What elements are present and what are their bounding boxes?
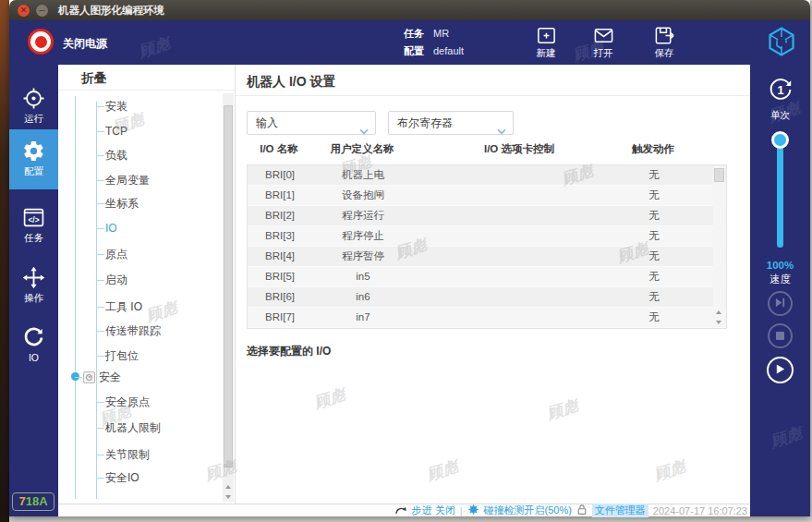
power-button-label[interactable]: 关闭电源 xyxy=(63,36,107,52)
tree-item-io-selected[interactable]: IO xyxy=(105,221,117,236)
tree-header: 折叠 xyxy=(58,65,235,91)
cell-user-name: in5 xyxy=(312,267,414,286)
cell-tab-control xyxy=(414,308,626,327)
col-io-name: I/O 名称 xyxy=(247,142,311,159)
tree-group-safety[interactable]: 安全 xyxy=(83,370,121,384)
stop-button[interactable] xyxy=(768,323,793,348)
table-row[interactable]: BRI[3] 程序停止 无 xyxy=(248,226,726,247)
app-header: 关闭电源 任务MR 配置default 新建 打开 保存 xyxy=(9,20,810,65)
scroll-down-icon[interactable] xyxy=(223,492,234,502)
save-icon xyxy=(640,25,688,46)
sidebar-item-config[interactable]: 配置 xyxy=(9,129,58,189)
scroll-down-icon[interactable] xyxy=(713,317,724,327)
cell-io-name: BRI[1] xyxy=(248,186,312,205)
new-file-icon xyxy=(522,25,570,46)
titlebar: ✕ ─ 机器人图形化编程环境 xyxy=(9,0,810,20)
table-row[interactable]: BRI[0] 机器上电 无 xyxy=(248,165,726,186)
tree-item-tool-io[interactable]: 工具 IO xyxy=(105,299,142,314)
cell-tab-control xyxy=(414,226,626,246)
step-button[interactable] xyxy=(768,291,793,316)
task-config-info: 任务MR 配置default xyxy=(404,25,464,60)
register-type-select[interactable]: 布尔寄存器 xyxy=(388,111,514,135)
power-button[interactable] xyxy=(28,29,54,55)
sidebar-item-task[interactable]: </> 任务 xyxy=(9,199,58,256)
table-row[interactable]: BRI[4] 程序暂停 无 xyxy=(248,247,726,267)
task-label: 任务 xyxy=(404,28,424,39)
file-manager-button[interactable]: 文件管理器 xyxy=(592,504,648,517)
power-dot-icon xyxy=(35,36,47,48)
step-forward-icon xyxy=(774,296,786,312)
collision-detect-toggle[interactable]: 碰撞检测开启(50%) xyxy=(484,504,572,517)
config-tree-panel: 折叠 安装 TCP 负载 全局变量 坐标系 IO 原点 启动 工具 IO 传送带… xyxy=(58,65,236,504)
cell-tab-control xyxy=(414,206,626,225)
close-window-button[interactable]: ✕ xyxy=(18,5,30,17)
badge-right: 18A xyxy=(26,494,48,508)
table-row[interactable]: BRI[7] in7 无 xyxy=(248,308,726,328)
scroll-up-icon[interactable] xyxy=(223,481,234,492)
table-row[interactable]: BRI[2] 程序运行 无 xyxy=(248,206,726,226)
cell-tab-control xyxy=(414,267,626,286)
play-button[interactable] xyxy=(767,357,794,383)
new-button[interactable]: 新建 xyxy=(522,25,570,60)
code-window-icon: </> xyxy=(9,206,58,229)
tree-item-robot-limits[interactable]: 机器人限制 xyxy=(105,420,161,435)
tree-item-payload[interactable]: 负载 xyxy=(105,148,127,163)
io-type-select[interactable]: 输入 xyxy=(247,111,376,135)
table-scrollbar-thumb[interactable] xyxy=(714,168,724,182)
cycle-mode-label: 单次 xyxy=(750,109,810,122)
table-row[interactable]: BRI[5] in5 无 xyxy=(248,267,726,287)
window-title: 机器人图形化编程环境 xyxy=(58,4,164,18)
step-status-toggle[interactable]: 步进 关闭 xyxy=(412,504,455,517)
tree-item-tcp[interactable]: TCP xyxy=(105,124,127,139)
open-button-label: 打开 xyxy=(579,47,627,60)
tree-line-inner xyxy=(96,102,97,499)
cycle-mode-button[interactable]: 1 单次 xyxy=(750,76,810,122)
run-control-rail: 1 单次 100% 速度 xyxy=(750,65,810,516)
table-scrollbar[interactable] xyxy=(713,166,725,327)
sidebar-item-io[interactable]: IO xyxy=(9,319,58,376)
gear-icon xyxy=(9,140,58,163)
open-envelope-icon xyxy=(579,25,627,46)
cell-tab-control xyxy=(414,165,626,185)
stop-icon xyxy=(775,328,785,345)
table-row[interactable]: BRI[6] in6 无 xyxy=(248,287,726,308)
minimize-window-button[interactable]: ─ xyxy=(36,5,48,17)
tree-item-pack-pos[interactable]: 打包位 xyxy=(105,348,139,363)
cell-tab-control xyxy=(414,287,626,307)
tree-item-install[interactable]: 安装 xyxy=(105,99,127,114)
cell-trigger: 无 xyxy=(626,165,682,185)
tree-item-coord-sys[interactable]: 坐标系 xyxy=(105,196,139,211)
speed-slider-track[interactable] xyxy=(777,139,783,248)
tree-header-label[interactable]: 折叠 xyxy=(81,70,106,87)
cell-tab-control xyxy=(414,247,626,266)
chevron-down-icon xyxy=(359,120,369,142)
tree-scrollbar-thumb[interactable] xyxy=(224,105,233,467)
tree-item-startup[interactable]: 启动 xyxy=(105,273,127,287)
table-row[interactable]: BRI[1] 设备抱闸 无 xyxy=(248,186,726,206)
speed-slider-thumb[interactable] xyxy=(771,131,789,149)
tree-item-conveyor[interactable]: 传送带跟踪 xyxy=(105,323,161,338)
move-arrows-icon xyxy=(9,266,58,289)
open-button[interactable]: 打开 xyxy=(579,25,627,60)
sidebar-item-operate[interactable]: 操作 xyxy=(9,259,58,316)
step-status-icon xyxy=(394,504,407,517)
tree-item-global-vars[interactable]: 全局变量 xyxy=(105,173,150,188)
sidebar-item-label: 操作 xyxy=(9,292,58,305)
tree-item-origin[interactable]: 原点 xyxy=(105,247,127,261)
cell-trigger: 无 xyxy=(626,226,682,246)
cell-io-name: BRI[4] xyxy=(248,247,312,266)
tree-item-safety-io[interactable]: 安全IO xyxy=(105,470,139,485)
cell-user-name: 设备抱闸 xyxy=(312,186,414,205)
scroll-up-icon[interactable] xyxy=(713,307,724,317)
sidebar-item-run[interactable]: 运行 xyxy=(9,79,58,137)
lock-icon xyxy=(576,504,588,517)
save-button-label: 保存 xyxy=(640,47,688,60)
tree-scrollbar[interactable] xyxy=(223,93,234,502)
panel-title: 机器人 I/O 设置 xyxy=(247,74,335,91)
save-button[interactable]: 保存 xyxy=(640,25,688,60)
col-trigger: 触发动作 xyxy=(625,142,681,159)
tree-item-safety-origin[interactable]: 安全原点 xyxy=(105,395,150,409)
tree-item-joint-limits[interactable]: 关节限制 xyxy=(105,447,150,462)
safety-expand-icon[interactable] xyxy=(83,371,95,383)
tree-line-outer xyxy=(75,96,76,499)
